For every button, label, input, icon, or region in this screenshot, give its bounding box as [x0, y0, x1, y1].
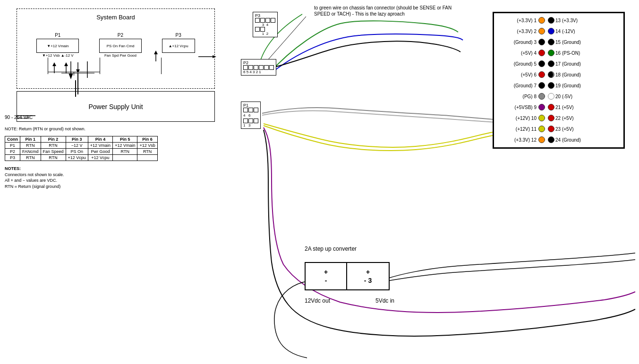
atx-row-9: (+5VSB) 9 21 (+5V) [496, 102, 622, 112]
pin-5-left [538, 60, 545, 67]
table-header-conn: Conn [5, 136, 20, 143]
pin-15-right [548, 39, 554, 45]
notes-title: NOTES: [5, 166, 227, 172]
pin-22-right [548, 115, 554, 121]
pin-8-left [538, 93, 545, 100]
note-line-1: Connectors not shown to scale. [5, 172, 227, 178]
note-line-3: RTN = Return (signal ground) [5, 184, 227, 190]
atx-row-2: (+3.3V) 2 14 (-12V) [496, 26, 622, 36]
pin-17-right [548, 60, 554, 67]
input-5v-label: 5Vdc in [375, 297, 394, 304]
atx-row-5: (Ground) 5 17 (Ground) [496, 59, 622, 69]
table-row: P1RTNRTN−12 V+12 Vmain+12 Vmain+12 Vsb [5, 143, 158, 149]
pin-23-right [548, 126, 554, 132]
atx-row-3: (Ground) 3 15 (Ground) [496, 37, 622, 47]
pin-7-left [538, 82, 545, 89]
p1-connector-small: P1 4 6 1 3 [241, 102, 261, 129]
atx-row-10: (+12V) 10 22 (+5V) [496, 113, 622, 123]
step-up-left-terminals: + - [306, 263, 347, 289]
atx-connector: (+3.3V) 1 13 (+3.3V) (+3.3V) 2 14 (-12V)… [493, 12, 625, 149]
pin-6-left [538, 71, 545, 78]
step-up-label: 2A step up converter [305, 245, 357, 252]
bottom-notes: NOTES: Connectors not shown to scale. Al… [5, 166, 227, 189]
atx-row-7: (Ground) 7 19 (Ground) [496, 80, 622, 91]
table-header-pin1: Pin 1 [20, 136, 41, 143]
fan-annotation: to green wire on chassis fan connector (… [314, 5, 456, 17]
step-up-right-terminals: + - 3 [347, 263, 389, 289]
step-up-converter: + - + - 3 [305, 262, 390, 290]
connector-p1: P1 ▼+12 Vmain ▼+12 Vsb ▲-12 V [36, 33, 79, 58]
pin-10-left [538, 115, 545, 121]
pin-12-left [538, 136, 545, 143]
table-header-pin3: Pin 3 [66, 136, 88, 143]
atx-row-12: (+3.3V) 12 24 (Ground) [496, 135, 622, 145]
vac-label: 90 - 264 VAC [5, 115, 33, 120]
p3-connector-small: P3 3 4 1 2 [253, 12, 278, 37]
pin-2-left [538, 28, 545, 34]
atx-row-6: (+5V) 6 18 (Ground) [496, 69, 622, 80]
pin-11-left [538, 126, 545, 132]
pin-9-left [538, 104, 545, 110]
note-line-2: All + and − values are VDC. [5, 178, 227, 184]
note-return: NOTE: Return (RTN or ground) not shown. [5, 127, 227, 131]
pin-13-right [548, 17, 554, 24]
table-header-pin2: Pin 2 [41, 136, 66, 143]
left-diagram: System Board P1 ▼+12 Vmain ▼+12 Vsb ▲-12… [5, 5, 227, 189]
table-header-pin5: Pin 5 [113, 136, 137, 143]
table-header-pin6: Pin 6 [137, 136, 157, 143]
pin-24-right [548, 136, 554, 143]
pin-18-right [548, 71, 554, 78]
atx-row-11: (+12V) 11 23 (+5V) [496, 124, 622, 134]
atx-row-1: (+3.3V) 1 13 (+3.3V) [496, 15, 622, 25]
pin-table: Conn Pin 1 Pin 2 Pin 3 Pin 4 Pin 5 Pin 6… [5, 136, 158, 161]
pin-20-right [548, 93, 554, 100]
pin-19-right [548, 82, 554, 89]
output-12v-label: 12Vdc out [305, 297, 330, 304]
pin-1-left [538, 17, 545, 24]
pin-3-left [538, 39, 545, 45]
atx-row-8: (PG) 8 20 (-5V) [496, 91, 622, 102]
table-row: P2FANcmdFan SpeedPS OnPwr GoodRTNRTN [5, 149, 158, 155]
pin-4-left [538, 50, 545, 56]
connector-p2: P2 PS On Fan Cmd Fan Spd Pwr Good [99, 33, 142, 58]
connector-p3: P3 ▲+12 Vcpu [162, 33, 195, 58]
pin-14-right [548, 28, 554, 34]
system-board-label: System Board [19, 14, 212, 21]
atx-row-4: (+5V) 4 16 (PS-ON) [496, 48, 622, 58]
p2-connector-small: P2 6 5 4 3 2 1 [241, 59, 276, 76]
table-header-pin4: Pin 4 [88, 136, 112, 143]
main-container: System Board P1 ▼+12 Vmain ▼+12 Vsb ▲-12… [0, 0, 639, 364]
psu-box: Power Supply Unit [17, 91, 215, 122]
table-row: P3RTNRTN+12 Vcpu+12 Vcpu [5, 155, 158, 161]
pin-16-right [548, 50, 554, 56]
pin-21-right [548, 104, 554, 110]
